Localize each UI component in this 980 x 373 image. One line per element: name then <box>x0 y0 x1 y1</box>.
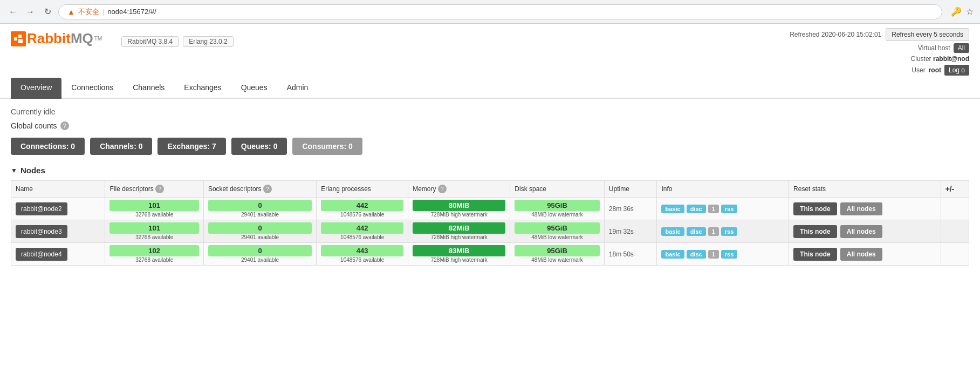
socket-desc-cell-1: 0 29401 available <box>203 220 316 243</box>
counts-row: Connections: 0 Channels: 0 Exchanges: 7 … <box>11 138 969 155</box>
socket-desc-cell-0: 0 29401 available <box>203 198 316 220</box>
queues-count-btn[interactable]: Queues: 0 <box>231 138 287 155</box>
badge-rss-1[interactable]: rss <box>721 227 738 236</box>
reset-stats-cell-1: This node All nodes <box>789 220 941 243</box>
all-nodes-btn-2[interactable]: All nodes <box>840 248 882 261</box>
erlang-proc-cell-0: 442 1048576 available <box>317 198 408 220</box>
exchanges-count-btn[interactable]: Exchanges: 7 <box>157 138 225 155</box>
plus-minus-cell-2 <box>941 243 969 266</box>
nav-item-exchanges[interactable]: Exchanges <box>174 78 231 99</box>
user-name: root <box>929 66 941 74</box>
nodes-collapse-arrow[interactable]: ▼ <box>11 167 17 174</box>
table-row: rabbit@node3 101 32768 available 0 29401… <box>11 220 969 243</box>
this-node-btn-1[interactable]: This node <box>793 225 837 238</box>
reset-stats-cell-2: This node All nodes <box>789 243 941 266</box>
uptime-cell-2: 18m 50s <box>604 243 657 266</box>
channels-count-btn[interactable]: Channels: 0 <box>90 138 152 155</box>
svg-rect-2 <box>18 39 23 43</box>
main-content: Currently idle Global counts ? Connectio… <box>0 99 980 274</box>
info-cell-0: basic disc 1 rss <box>657 198 789 220</box>
badge-basic-2[interactable]: basic <box>661 250 684 259</box>
key-icon-btn[interactable]: 🔑 <box>951 6 962 17</box>
col-memory: Memory ? <box>408 181 510 198</box>
reset-stats-cell-0: This node All nodes <box>789 198 941 220</box>
logo-mq-text: MQ <box>71 30 93 47</box>
info-cell-1: basic disc 1 rss <box>657 220 789 243</box>
nav-item-channels[interactable]: Channels <box>123 78 174 99</box>
nav-item-queues[interactable]: Queues <box>231 78 277 99</box>
badge-num-0[interactable]: 1 <box>708 205 719 213</box>
nav-item-overview[interactable]: Overview <box>11 78 61 99</box>
memory-cell-1: 82MiB 728MiB high watermark <box>408 220 510 243</box>
badge-basic-0[interactable]: basic <box>661 205 684 213</box>
refresh-button[interactable]: Refresh every 5 seconds <box>886 28 969 41</box>
this-node-btn-0[interactable]: This node <box>793 202 837 215</box>
nav-item-connections[interactable]: Connections <box>61 78 123 99</box>
this-node-btn-2[interactable]: This node <box>793 248 837 261</box>
status-text: Currently idle <box>11 107 969 116</box>
reload-button[interactable]: ↻ <box>41 5 54 18</box>
node-name-cell-2: rabbit@node4 <box>11 243 105 266</box>
memory-cell-0: 80MiB 728MiB high watermark <box>408 198 510 220</box>
socket-desc-help-icon[interactable]: ? <box>263 185 272 193</box>
cluster-label: Cluster <box>911 55 931 63</box>
erlang-proc-cell-2: 443 1048576 available <box>317 243 408 266</box>
all-nodes-btn-1[interactable]: All nodes <box>840 225 882 238</box>
memory-help-icon[interactable]: ? <box>438 185 447 193</box>
vhost-value: All <box>954 43 969 53</box>
uptime-cell-1: 19m 32s <box>604 220 657 243</box>
badge-disc-2[interactable]: disc <box>687 250 706 259</box>
badge-rss-2[interactable]: rss <box>721 250 738 259</box>
cluster-row: Cluster rabbit@nod <box>911 55 969 63</box>
browser-actions: 🔑 ☆ <box>951 6 974 17</box>
logo-icon <box>11 31 26 46</box>
star-icon-btn[interactable]: ☆ <box>966 6 974 17</box>
disk-cell-2: 95GiB 48MiB low watermark <box>510 243 604 266</box>
nav-item-admin[interactable]: Admin <box>277 78 318 99</box>
address-bar[interactable]: ▲ 不安全 | node4:15672/#/ <box>58 4 942 19</box>
logo-rabbit-text: Rabbit <box>27 30 71 47</box>
disk-cell-0: 95GiB 48MiB low watermark <box>510 198 604 220</box>
badge-num-1[interactable]: 1 <box>708 227 719 236</box>
file-desc-cell-1: 101 32768 available <box>105 220 203 243</box>
col-reset-stats: Reset stats <box>789 181 941 198</box>
nodes-section: ▼ Nodes Name File descriptors ? Socket d… <box>11 166 969 266</box>
connections-count-btn[interactable]: Connections: 0 <box>11 138 85 155</box>
file-desc-help-icon[interactable]: ? <box>155 185 164 193</box>
disk-cell-1: 95GiB 48MiB low watermark <box>510 220 604 243</box>
erlang-proc-cell-1: 442 1048576 available <box>317 220 408 243</box>
logout-button[interactable]: Log o <box>944 65 969 76</box>
info-cell-2: basic disc 1 rss <box>657 243 789 266</box>
back-button[interactable]: ← <box>6 5 19 18</box>
badge-basic-1[interactable]: basic <box>661 227 684 236</box>
global-counts-help-icon[interactable]: ? <box>60 121 69 130</box>
version-badges: RabbitMQ 3.8.4 Erlang 23.0.2 <box>121 36 233 47</box>
col-name: Name <box>11 181 105 198</box>
badge-disc-0[interactable]: disc <box>687 205 706 213</box>
badge-num-2[interactable]: 1 <box>708 250 719 259</box>
browser-chrome: ← → ↻ ▲ 不安全 | node4:15672/#/ 🔑 ☆ <box>0 0 980 24</box>
nodes-title: Nodes <box>20 166 45 175</box>
plus-minus-cell-0 <box>941 198 969 220</box>
col-socket-desc: Socket descriptors ? <box>203 181 316 198</box>
socket-desc-cell-2: 0 29401 available <box>203 243 316 266</box>
badge-disc-1[interactable]: disc <box>687 227 706 236</box>
table-row: rabbit@node4 102 32768 available 0 29401… <box>11 243 969 266</box>
insecure-label: 不安全 <box>78 7 99 17</box>
all-nodes-btn-0[interactable]: All nodes <box>840 202 882 215</box>
node-name-cell-0: rabbit@node2 <box>11 198 105 220</box>
col-disk-space: Disk space <box>510 181 604 198</box>
forward-button[interactable]: → <box>24 5 37 18</box>
consumers-count-btn[interactable]: Consumers: 0 <box>292 138 362 155</box>
nodes-section-header: ▼ Nodes <box>11 166 969 175</box>
badge-rss-0[interactable]: rss <box>721 205 738 213</box>
user-row: User root Log o <box>912 65 969 76</box>
plus-minus-cell-1 <box>941 220 969 243</box>
file-desc-cell-2: 102 32768 available <box>105 243 203 266</box>
memory-cell-2: 83MiB 728MiB high watermark <box>408 243 510 266</box>
warning-icon: ▲ <box>67 8 75 16</box>
file-desc-cell-0: 101 32768 available <box>105 198 203 220</box>
global-counts-label: Global counts <box>11 121 57 130</box>
node-name-cell-1: rabbit@node3 <box>11 220 105 243</box>
nav-bar: Overview Connections Channels Exchanges … <box>0 78 980 99</box>
